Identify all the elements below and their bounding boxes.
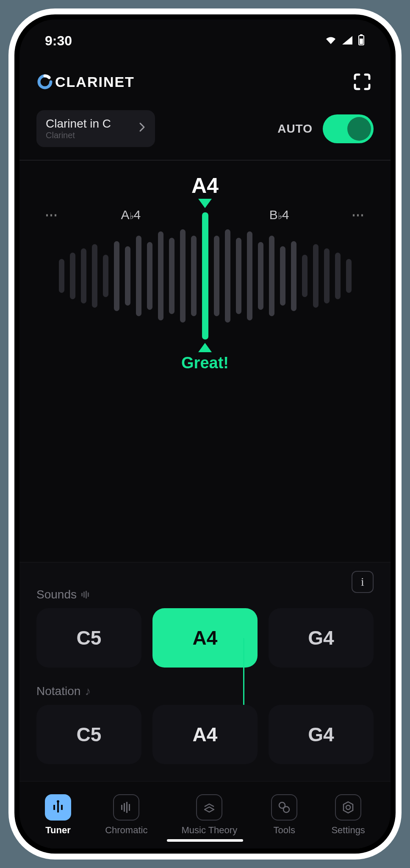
svg-rect-11 xyxy=(121,805,122,810)
cellular-signal-icon xyxy=(341,35,353,46)
tuning-feedback: Great! xyxy=(41,354,369,372)
svg-point-10 xyxy=(57,800,59,803)
svg-rect-9 xyxy=(61,805,63,810)
notation-note-card[interactable]: C5 xyxy=(36,705,141,764)
tuner-icon xyxy=(45,794,71,821)
svg-rect-5 xyxy=(86,591,87,598)
fullscreen-button[interactable] xyxy=(351,70,374,93)
nav-label: Chromatic xyxy=(105,825,147,836)
device-bezel: 9:30 xyxy=(14,14,396,854)
status-bar: 9:30 xyxy=(19,19,391,62)
fullscreen-icon xyxy=(352,72,372,92)
instrument-subtitle: Clarinet xyxy=(46,131,111,140)
svg-rect-14 xyxy=(129,804,130,811)
bottom-nav: Tuner Chromatic Music Theory xyxy=(19,781,391,849)
more-right-icon: ⋯ xyxy=(352,207,365,222)
switch-knob xyxy=(347,117,371,141)
screen: 9:30 xyxy=(19,19,391,849)
brand-name: CLARINET xyxy=(55,74,135,90)
instrument-row: Clarinet in C Clarinet AUTO xyxy=(19,106,391,160)
sounds-note-row: C5 A4 G4 xyxy=(36,608,374,668)
svg-rect-2 xyxy=(360,39,363,44)
auto-toggle-group: AUTO xyxy=(277,114,374,143)
status-time: 9:30 xyxy=(45,33,72,49)
auto-switch[interactable] xyxy=(323,114,374,143)
svg-point-16 xyxy=(283,807,289,812)
chromatic-icon xyxy=(113,794,139,821)
brand: CLARINET xyxy=(36,73,135,90)
nav-item-chromatic[interactable]: Chromatic xyxy=(105,794,147,836)
nav-label: Tools xyxy=(274,825,295,836)
nav-item-music-theory[interactable]: Music Theory xyxy=(182,794,238,836)
svg-marker-17 xyxy=(344,802,353,813)
more-left-icon: ⋯ xyxy=(45,207,58,222)
wifi-icon xyxy=(324,35,337,46)
nav-item-tools[interactable]: Tools xyxy=(271,794,297,836)
sound-note-card[interactable]: C5 xyxy=(36,608,141,668)
nav-label: Settings xyxy=(331,825,365,836)
svg-rect-13 xyxy=(126,802,127,813)
indicator-triangle-down-icon xyxy=(198,199,212,208)
app-header: CLARINET xyxy=(19,62,391,106)
tuning-bars xyxy=(41,212,369,339)
nav-label: Tuner xyxy=(45,825,70,836)
svg-point-18 xyxy=(346,805,350,810)
instrument-selector[interactable]: Clarinet in C Clarinet xyxy=(36,110,155,147)
right-neighbor-note: B♭4 xyxy=(269,208,289,222)
chevron-right-icon xyxy=(139,122,146,135)
auto-label: AUTO xyxy=(277,122,313,136)
home-indicator[interactable] xyxy=(167,839,243,842)
settings-icon xyxy=(335,794,361,821)
target-note: A4 xyxy=(41,173,369,198)
music-theory-icon xyxy=(196,794,222,821)
brand-logo-icon xyxy=(36,73,53,90)
notation-note-row: C5 A4 G4 xyxy=(36,705,374,764)
svg-rect-1 xyxy=(360,34,363,36)
info-button[interactable]: i xyxy=(352,571,374,593)
left-neighbor-note: A♭4 xyxy=(121,208,141,222)
svg-rect-4 xyxy=(83,592,85,598)
nav-label: Music Theory xyxy=(182,825,238,836)
center-bar xyxy=(202,212,208,339)
status-icons xyxy=(324,34,365,47)
divider xyxy=(19,160,391,161)
svg-rect-6 xyxy=(88,593,89,597)
notation-section-label: Notation ♪ xyxy=(36,684,374,698)
sound-note-card[interactable]: G4 xyxy=(269,608,374,668)
music-note-icon: ♪ xyxy=(85,684,91,698)
device-frame: 9:30 xyxy=(8,8,402,860)
notation-note-card[interactable]: A4 xyxy=(152,705,258,764)
sound-wave-icon xyxy=(81,588,90,601)
svg-rect-7 xyxy=(53,805,55,810)
sound-note-card-active[interactable]: A4 xyxy=(152,608,258,668)
svg-rect-8 xyxy=(57,802,59,812)
tuner-display: A4 ⋯ A♭4 . B♭4 ⋯ xyxy=(19,173,391,372)
nav-item-settings[interactable]: Settings xyxy=(331,794,365,836)
neighbor-note-row: ⋯ A♭4 . B♭4 ⋯ xyxy=(41,207,369,222)
nav-item-tuner[interactable]: Tuner xyxy=(45,794,71,836)
svg-rect-12 xyxy=(124,803,125,812)
notation-note-card[interactable]: G4 xyxy=(269,705,374,764)
svg-rect-3 xyxy=(81,593,83,596)
tools-icon xyxy=(271,794,297,821)
sounds-section-label: Sounds xyxy=(36,588,374,601)
instrument-title: Clarinet in C xyxy=(46,117,111,131)
indicator-triangle-up-icon xyxy=(198,343,212,352)
battery-icon xyxy=(357,34,365,47)
sounds-panel: i Sounds C5 A4 G4 Notation ♪ xyxy=(19,562,391,781)
